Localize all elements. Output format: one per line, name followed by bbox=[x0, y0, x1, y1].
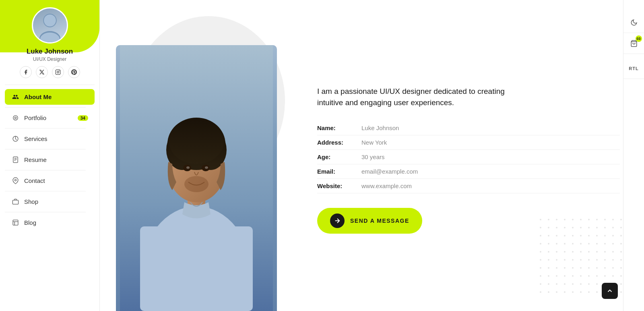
svg-point-6 bbox=[59, 71, 59, 71]
svg-point-14 bbox=[14, 179, 16, 181]
sidebar: Luke Johnson UI/UX Designer About Me bbox=[0, 0, 100, 311]
about-icon bbox=[11, 93, 19, 100]
resume-icon bbox=[11, 156, 19, 163]
svg-rect-4 bbox=[56, 70, 60, 75]
shop-icon bbox=[11, 198, 19, 205]
value-email: email@example.com bbox=[361, 168, 418, 175]
nav-item-services[interactable]: Services bbox=[5, 131, 95, 147]
info-area: I am a passionate UI/UX designer dedicat… bbox=[293, 0, 644, 311]
value-address: New York bbox=[361, 139, 387, 146]
nav-item-blog[interactable]: Blog bbox=[5, 215, 95, 230]
divider-after-resume bbox=[5, 170, 86, 170]
nav-label-shop: Shop bbox=[24, 198, 38, 205]
contact-icon bbox=[11, 177, 19, 184]
label-age: Age: bbox=[317, 153, 361, 160]
user-role: UI/UX Designer bbox=[33, 56, 66, 62]
send-arrow-icon bbox=[330, 214, 345, 228]
nav-item-resume[interactable]: Resume bbox=[5, 152, 95, 168]
nav-item-shop[interactable]: Shop bbox=[5, 194, 95, 209]
main-content: I am a passionate UI/UX designer dedicat… bbox=[100, 0, 644, 311]
blog-icon bbox=[11, 219, 19, 226]
nav-label-resume: Resume bbox=[24, 156, 47, 163]
svg-point-33 bbox=[184, 176, 208, 192]
svg-rect-22 bbox=[140, 226, 253, 311]
twitter-icon[interactable] bbox=[36, 66, 48, 78]
value-name: Luke Johnson bbox=[361, 124, 399, 131]
detail-row-age: Age: 30 years bbox=[317, 150, 620, 164]
label-name: Name: bbox=[317, 124, 361, 131]
instagram-icon[interactable] bbox=[52, 66, 64, 78]
pinterest-icon[interactable] bbox=[68, 66, 80, 78]
detail-row-website: Website: www.example.com bbox=[317, 179, 620, 193]
svg-point-2 bbox=[44, 15, 56, 27]
divider-after-about bbox=[5, 107, 86, 108]
label-address: Address: bbox=[317, 139, 361, 146]
svg-point-8 bbox=[13, 116, 17, 120]
bio-text: I am a passionate UI/UX designer dedicat… bbox=[317, 86, 526, 109]
value-age: 30 years bbox=[361, 153, 385, 160]
facebook-icon[interactable] bbox=[20, 66, 32, 78]
send-message-button[interactable]: SEND A MESSAGE bbox=[317, 208, 422, 234]
nav-item-about[interactable]: About Me bbox=[5, 89, 95, 105]
user-name: Luke Johnson bbox=[27, 48, 73, 56]
sidebar-divider-top bbox=[5, 85, 94, 85]
divider-after-contact bbox=[5, 191, 86, 191]
divider-after-shop bbox=[5, 212, 86, 212]
detail-row-name: Name: Luke Johnson bbox=[317, 121, 620, 135]
scroll-top-button[interactable] bbox=[602, 283, 618, 299]
avatar bbox=[32, 7, 68, 44]
services-icon bbox=[11, 135, 19, 142]
svg-point-32 bbox=[205, 166, 208, 169]
photo-area bbox=[100, 0, 293, 311]
svg-point-31 bbox=[186, 166, 190, 169]
portfolio-icon bbox=[11, 114, 19, 121]
cart-badge: 03 bbox=[636, 35, 642, 42]
send-button-label: SEND A MESSAGE bbox=[350, 218, 409, 224]
nav-label-services: Services bbox=[24, 135, 47, 142]
nav-item-contact[interactable]: Contact bbox=[5, 173, 95, 189]
nav-label-contact: Contact bbox=[24, 177, 45, 184]
svg-rect-16 bbox=[13, 220, 18, 225]
label-website: Website: bbox=[317, 182, 361, 189]
nav-label-blog: Blog bbox=[24, 219, 36, 226]
nav-label-about: About Me bbox=[24, 93, 52, 100]
avatar-image bbox=[33, 7, 67, 44]
nav-label-portfolio: Portfolio bbox=[24, 114, 46, 121]
svg-point-7 bbox=[14, 117, 16, 118]
detail-row-email: Email: email@example.com bbox=[317, 164, 620, 179]
avatar-svg bbox=[33, 7, 67, 44]
svg-rect-15 bbox=[12, 200, 18, 204]
portfolio-badge: 34 bbox=[78, 115, 88, 121]
svg-point-28 bbox=[169, 120, 224, 164]
detail-row-address: Address: New York bbox=[317, 135, 620, 150]
nav-item-portfolio[interactable]: Portfolio 34 bbox=[5, 110, 95, 126]
right-panel: 03 RTL bbox=[623, 0, 644, 311]
details-table: Name: Luke Johnson Address: New York Age… bbox=[317, 121, 620, 193]
label-email: Email: bbox=[317, 168, 361, 175]
svg-rect-10 bbox=[13, 157, 17, 162]
rtl-button[interactable]: RTL bbox=[623, 58, 644, 79]
social-icons bbox=[20, 66, 80, 78]
nav-list: About Me Portfolio 34 Services Resume bbox=[0, 89, 99, 231]
value-website: www.example.com bbox=[361, 182, 412, 189]
dark-mode-button[interactable] bbox=[623, 12, 644, 33]
svg-point-5 bbox=[57, 71, 59, 73]
divider-after-portfolio bbox=[5, 128, 86, 129]
divider-after-services bbox=[5, 149, 86, 149]
person-photo bbox=[116, 45, 277, 311]
cart-button[interactable]: 03 bbox=[623, 33, 644, 54]
person-illustration bbox=[120, 45, 273, 311]
